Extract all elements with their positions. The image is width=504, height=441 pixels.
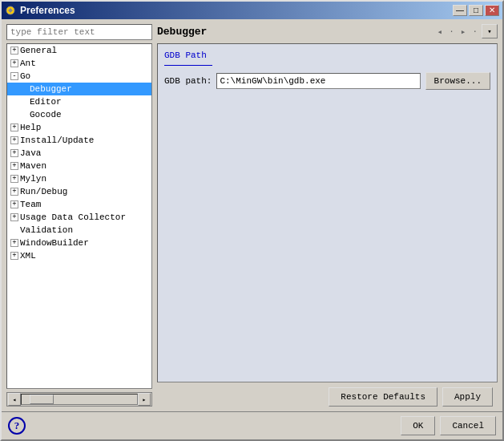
- sidebar-item-java[interactable]: + Java: [7, 147, 151, 160]
- help-button[interactable]: ?: [8, 417, 26, 435]
- expand-icon: [9, 83, 20, 95]
- sidebar-item-help[interactable]: + Help: [7, 121, 151, 134]
- title-bar-buttons: — □ ✕: [453, 5, 499, 16]
- maximize-button[interactable]: □: [469, 5, 483, 16]
- expand-icon: [9, 96, 20, 107]
- sidebar-item-label: Java: [20, 148, 41, 158]
- sidebar-item-label: WindowBuilder: [20, 238, 89, 248]
- sidebar-item-windowbuilder[interactable]: + WindowBuilder: [7, 237, 151, 249]
- gdb-path-input[interactable]: [216, 73, 420, 89]
- scroll-thumb[interactable]: [30, 394, 54, 404]
- sidebar-item-label: Maven: [20, 161, 46, 171]
- ok-button[interactable]: OK: [401, 416, 435, 435]
- bottom-buttons: Restore Defaults Apply: [157, 382, 498, 407]
- expand-icon: +: [9, 212, 20, 223]
- nav-separator2: ·: [470, 26, 480, 36]
- minimize-button[interactable]: —: [453, 5, 467, 16]
- expand-icon: [9, 225, 20, 236]
- expand-icon: +: [9, 199, 20, 210]
- sidebar-item-label: Run/Debug: [20, 187, 67, 196]
- preferences-window: Preferences — □ ✕ + General + Ant: [0, 0, 504, 441]
- expand-icon: -: [9, 71, 20, 82]
- sidebar-item-label: General: [20, 46, 57, 55]
- sidebar-item-label: Mylyn: [20, 174, 46, 184]
- main-content: + General + Ant - Go Debugger: [2, 19, 502, 411]
- gdb-path-label: GDB path:: [164, 76, 212, 86]
- expand-icon: +: [9, 122, 20, 133]
- sidebar-item-team[interactable]: + Team: [7, 198, 151, 211]
- sidebar-item-maven[interactable]: + Maven: [7, 160, 151, 172]
- nav-dropdown-button[interactable]: ▾: [482, 24, 498, 38]
- sidebar-item-label: Team: [20, 200, 41, 209]
- right-panel: Debugger ◂ · ▸ · ▾ GDB Path GDB path: Br…: [157, 24, 498, 407]
- content-area: GDB Path GDB path: Browse...: [157, 43, 498, 382]
- sidebar-item-general[interactable]: + General: [7, 44, 151, 57]
- sidebar-item-install-update[interactable]: + Install/Update: [7, 134, 151, 147]
- sidebar-item-label: Editor: [30, 97, 62, 107]
- scroll-track[interactable]: [21, 394, 138, 405]
- gdb-path-row: GDB path: Browse...: [164, 72, 490, 90]
- footer-actions: OK Cancel: [401, 416, 496, 435]
- right-header: Debugger ◂ · ▸ · ▾: [157, 24, 498, 38]
- left-panel: + General + Ant - Go Debugger: [6, 24, 152, 407]
- sidebar-item-usage-data[interactable]: + Usage Data Collector: [7, 211, 151, 224]
- expand-icon: [9, 109, 20, 120]
- expand-icon: +: [9, 45, 20, 56]
- browse-button[interactable]: Browse...: [425, 72, 490, 90]
- right-panel-title: Debugger: [157, 26, 207, 38]
- expand-icon: +: [9, 148, 20, 159]
- window-title: Preferences: [20, 5, 453, 16]
- sidebar-item-debugger[interactable]: Debugger: [7, 83, 151, 95]
- title-bar: Preferences — □ ✕: [2, 2, 502, 19]
- expand-icon: +: [9, 250, 20, 261]
- sidebar-item-label: Debugger: [30, 84, 72, 94]
- footer-bar: ? OK Cancel: [2, 411, 502, 439]
- expand-icon: +: [9, 58, 20, 69]
- window-icon: [5, 5, 16, 16]
- tree-panel[interactable]: + General + Ant - Go Debugger: [6, 43, 152, 389]
- sidebar-item-editor[interactable]: Editor: [7, 95, 151, 108]
- sidebar-item-validation[interactable]: Validation: [7, 224, 151, 237]
- expand-icon: +: [9, 186, 20, 197]
- expand-icon: +: [9, 135, 20, 146]
- nav-forward-button[interactable]: ▸: [458, 26, 469, 37]
- filter-input[interactable]: [6, 24, 152, 40]
- horizontal-scrollbar[interactable]: ◂ ▸: [6, 392, 152, 407]
- sidebar-item-xml[interactable]: + XML: [7, 249, 151, 262]
- cancel-button[interactable]: Cancel: [440, 416, 496, 435]
- close-button[interactable]: ✕: [485, 5, 499, 16]
- sidebar-item-label: Gocode: [30, 110, 62, 119]
- restore-defaults-button[interactable]: Restore Defaults: [329, 387, 437, 407]
- expand-icon: +: [9, 160, 20, 172]
- scroll-right-button[interactable]: ▸: [138, 393, 151, 406]
- sidebar-item-gocode[interactable]: Gocode: [7, 108, 151, 121]
- sidebar-item-ant[interactable]: + Ant: [7, 57, 151, 70]
- nav-back-button[interactable]: ◂: [435, 26, 446, 37]
- sidebar-item-run-debug[interactable]: + Run/Debug: [7, 185, 151, 198]
- section-divider: [164, 65, 212, 66]
- expand-icon: +: [9, 173, 20, 184]
- sidebar-item-label: XML: [20, 251, 36, 261]
- sidebar-item-label: Install/Update: [20, 136, 94, 145]
- sidebar-item-label: Usage Data Collector: [20, 212, 126, 222]
- sidebar-item-label: Go: [20, 71, 30, 81]
- sidebar-item-mylyn[interactable]: + Mylyn: [7, 172, 151, 185]
- sidebar-item-label: Ant: [20, 59, 36, 68]
- nav-separator: ·: [446, 26, 457, 36]
- sidebar-item-label: Validation: [20, 225, 73, 235]
- apply-button[interactable]: Apply: [442, 387, 493, 407]
- sidebar-item-label: Help: [20, 123, 41, 132]
- scroll-left-button[interactable]: ◂: [8, 393, 21, 406]
- section-label: GDB Path: [164, 51, 490, 60]
- sidebar-item-go[interactable]: - Go: [7, 70, 151, 83]
- nav-buttons: ◂ · ▸ · ▾: [435, 24, 498, 38]
- expand-icon: +: [9, 237, 20, 249]
